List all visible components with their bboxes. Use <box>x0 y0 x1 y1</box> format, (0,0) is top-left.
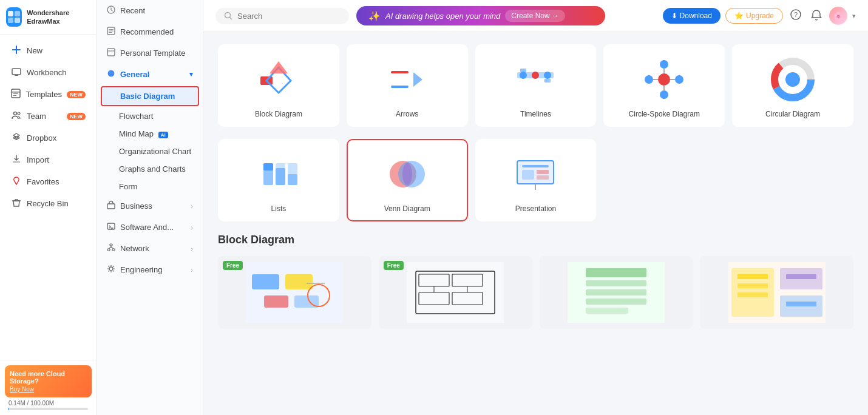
templates-badge: NEW <box>67 91 86 98</box>
card-block-diagram[interactable]: Block Diagram <box>218 44 339 127</box>
mid-category-engineering[interactable]: Engineering › <box>97 259 203 280</box>
software-label: Software And... <box>120 223 174 232</box>
svg-rect-93 <box>737 292 768 297</box>
mid-sub-flowchart[interactable]: Flowchart <box>97 107 203 125</box>
sidebar-item-templates[interactable]: Templates NEW <box>4 84 93 105</box>
general-chevron-icon: ▾ <box>189 70 193 78</box>
sidebar-item-dropbox[interactable]: Dropbox <box>4 127 93 149</box>
block-diagram-label: Block Diagram <box>255 110 302 118</box>
top-bar: ✨ AI drawing helps open your mind Create… <box>203 0 868 32</box>
mid-recommended[interactable]: Recommended <box>97 21 203 42</box>
left-nav: New Workbench Templates NEW Team NEW <box>0 35 97 360</box>
card-lists[interactable]: Lists <box>218 139 339 221</box>
card-presentation[interactable]: Presentation <box>475 139 597 221</box>
card-arrows[interactable]: Arrows <box>347 44 468 127</box>
search-input[interactable] <box>237 12 341 21</box>
upgrade-icon: ⭐ <box>734 12 744 20</box>
search-box[interactable] <box>215 8 349 24</box>
card-venn-diagram[interactable]: Venn Diagram <box>347 139 468 221</box>
form-label: Form <box>119 182 137 191</box>
mid-sub-form[interactable]: Form <box>97 178 203 195</box>
sidebar-workbench-label: Workbench <box>27 68 67 77</box>
mid-sub-mind-map[interactable]: Mind Map AI <box>97 125 203 143</box>
user-avatar[interactable]: 🌸 <box>829 7 847 25</box>
avatar-dropdown-icon[interactable]: ▾ <box>852 12 856 20</box>
mid-sidebar: Recent Recommended Personal Template Gen… <box>97 0 203 415</box>
svg-rect-53 <box>263 163 273 170</box>
empty-slot-2 <box>732 139 853 221</box>
ai-badge: AI <box>158 132 168 138</box>
download-button[interactable]: ⬇ Download <box>663 8 721 24</box>
thumb-card-1[interactable]: Free <box>218 256 371 329</box>
upgrade-button[interactable]: ⭐ Upgrade <box>725 8 783 24</box>
business-icon <box>107 201 115 211</box>
ai-banner[interactable]: ✨ AI drawing helps open your mind Create… <box>356 6 605 25</box>
svg-rect-68 <box>252 274 279 289</box>
svg-rect-65 <box>537 175 549 180</box>
svg-point-26 <box>109 267 113 271</box>
svg-rect-6 <box>12 69 21 75</box>
help-icon: ? <box>790 9 801 20</box>
presentation-label: Presentation <box>515 204 556 213</box>
svg-rect-2 <box>8 18 13 23</box>
help-button[interactable]: ? <box>788 7 804 25</box>
mid-personal-template[interactable]: Personal Template <box>97 42 203 64</box>
svg-rect-86 <box>586 308 628 314</box>
mid-category-software[interactable]: Software And... › <box>97 217 203 238</box>
card-circle-spoke[interactable]: Circle-Spoke Diagram <box>603 44 725 127</box>
cloud-buy-label[interactable]: Buy Now <box>10 386 87 393</box>
mid-sub-graphs-charts[interactable]: Graphs and Charts <box>97 160 203 178</box>
sidebar-item-team[interactable]: Team NEW <box>4 106 93 127</box>
thumb-card-4[interactable] <box>700 256 853 329</box>
ai-sparkle-icon: ✨ <box>368 10 381 22</box>
mid-category-business[interactable]: Business › <box>97 195 203 217</box>
svg-rect-23 <box>110 244 112 246</box>
thumb-img-3 <box>540 256 693 329</box>
template-type-grid: Block Diagram Arrows <box>218 44 853 127</box>
sidebar-item-import[interactable]: Import <box>4 149 93 170</box>
mid-category-network[interactable]: Network › <box>97 238 203 259</box>
arrows-label: Arrows <box>396 110 418 118</box>
notification-button[interactable] <box>809 7 824 25</box>
svg-point-39 <box>658 73 670 86</box>
sidebar-team-label: Team <box>27 112 46 121</box>
recycle-icon <box>11 198 22 209</box>
sidebar-new-label: New <box>27 46 42 55</box>
sidebar-item-new[interactable]: New <box>4 40 93 61</box>
ai-create-button[interactable]: Create Now → <box>505 10 565 22</box>
cloud-storage-banner[interactable]: Need more Cloud Storage? Buy Now <box>5 365 92 397</box>
main-content: ✨ AI drawing helps open your mind Create… <box>203 0 868 415</box>
svg-point-35 <box>532 72 539 79</box>
block-diagram-thumb-grid: Free <box>218 256 853 329</box>
app-name: Wondershare EdrawMax <box>27 8 90 26</box>
network-icon <box>107 243 115 254</box>
business-arrow-icon: › <box>191 203 193 210</box>
templates-icon <box>11 89 21 100</box>
mid-recent[interactable]: Recent <box>97 0 203 21</box>
mid-general-header[interactable]: General ▾ <box>97 64 203 85</box>
svg-point-43 <box>675 75 683 84</box>
engineering-icon <box>107 265 115 275</box>
svg-point-42 <box>645 75 653 84</box>
sidebar-item-workbench[interactable]: Workbench <box>4 62 93 83</box>
notification-icon <box>811 9 822 20</box>
mid-recent-label: Recent <box>120 6 145 15</box>
svg-text:?: ? <box>794 11 798 18</box>
sidebar-item-recycle[interactable]: Recycle Bin <box>4 193 93 214</box>
card-timelines[interactable]: Timelines <box>475 44 597 127</box>
svg-rect-37 <box>520 69 526 72</box>
mid-sub-basic-diagram[interactable]: Basic Diagram <box>101 86 199 106</box>
thumb-card-2[interactable]: Free <box>379 256 532 329</box>
svg-rect-94 <box>786 274 816 279</box>
flowchart-label: Flowchart <box>119 112 153 121</box>
svg-rect-82 <box>586 268 646 277</box>
mid-sub-org-chart[interactable]: Organizational Chart <box>97 143 203 160</box>
left-sidebar: Wondershare EdrawMax New Workbench Templ… <box>0 0 97 415</box>
svg-rect-10 <box>13 93 18 94</box>
new-icon <box>11 45 22 56</box>
sidebar-item-favorites[interactable]: Favorites <box>4 171 93 192</box>
svg-point-51 <box>785 72 800 87</box>
thumb-card-3[interactable] <box>540 256 693 329</box>
card-circular-diagram[interactable]: Circular Diagram <box>732 44 853 127</box>
business-label: Business <box>120 201 152 211</box>
